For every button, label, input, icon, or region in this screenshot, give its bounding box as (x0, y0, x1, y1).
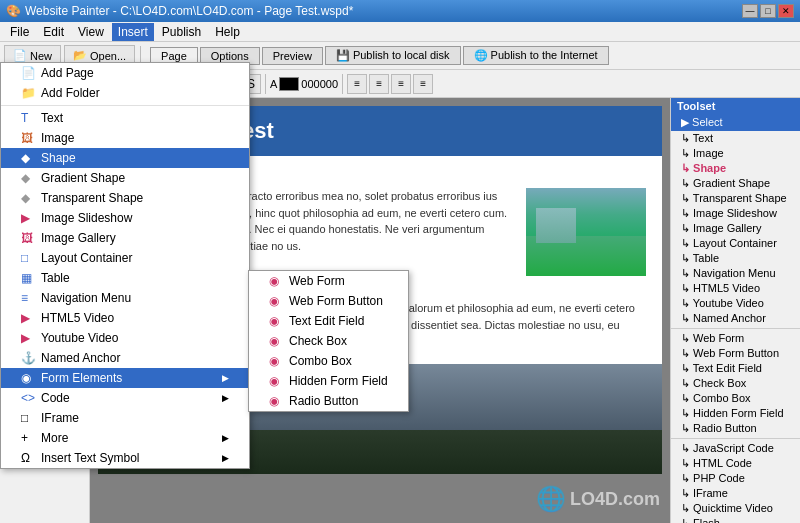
toolbox-header-label: Toolset (677, 100, 715, 112)
toolbox-radio[interactable]: ↳ Radio Button (671, 421, 800, 436)
submenu-web-form-btn[interactable]: ◉ Web Form Button (249, 291, 408, 311)
toolbox-transparent-shape[interactable]: ↳ Transparent Shape (671, 191, 800, 206)
submenu-radio[interactable]: ◉ Radio Button (249, 391, 408, 411)
menu-view[interactable]: View (72, 23, 110, 41)
open-label: Open... (90, 50, 126, 62)
toolbox-html-code[interactable]: ↳ HTML Code (671, 456, 800, 471)
add-folder-icon: 📁 (21, 86, 35, 100)
separator-fmt2 (265, 74, 266, 94)
menu-table[interactable]: ▦ Table (1, 268, 249, 288)
menu-sep1 (1, 105, 249, 106)
align-center-button[interactable]: ≡ (369, 74, 389, 94)
shape-icon: ◆ (21, 151, 35, 165)
toolbox-text[interactable]: ↳ Text (671, 131, 800, 146)
color-label: A (270, 78, 277, 90)
menu-insert[interactable]: Insert (112, 23, 154, 41)
menu-gradient-shape[interactable]: ◆ Gradient Shape (1, 168, 249, 188)
menu-youtube[interactable]: ▶ Youtube Video (1, 328, 249, 348)
toolbox-hidden-form[interactable]: ↳ Hidden Form Field (671, 406, 800, 421)
toolbox-js-code[interactable]: ↳ JavaScript Code (671, 441, 800, 456)
align-left-button[interactable]: ≡ (347, 74, 367, 94)
toolbox-gallery[interactable]: ↳ Image Gallery (671, 221, 800, 236)
separator-fmt3 (342, 74, 343, 94)
more-icon: + (21, 431, 35, 445)
new-icon: 📄 (13, 49, 27, 62)
insert-dropdown-menu: 📄 Add Page 📁 Add Folder T Text 🖼 Image ◆… (0, 62, 250, 469)
menu-file[interactable]: File (4, 23, 35, 41)
app-icon: 🎨 (6, 4, 21, 18)
toolbox-html5-video[interactable]: ↳ HTML5 Video (671, 281, 800, 296)
toolbox-select[interactable]: ▶ Select (671, 114, 800, 131)
table-icon: ▦ (21, 271, 35, 285)
menu-add-folder[interactable]: 📁 Add Folder (1, 83, 249, 103)
menu-slideshow[interactable]: ▶ Image Slideshow (1, 208, 249, 228)
text-icon: T (21, 111, 35, 125)
toolbox-gradient-shape[interactable]: ↳ Gradient Shape (671, 176, 800, 191)
publish-internet-icon: 🌐 (474, 49, 488, 61)
menu-iframe[interactable]: □ IFrame (1, 408, 249, 428)
menu-help[interactable]: Help (209, 23, 246, 41)
hidden-form-icon: ◉ (269, 374, 283, 388)
menu-layout[interactable]: □ Layout Container (1, 248, 249, 268)
toolbox-web-form[interactable]: ↳ Web Form (671, 331, 800, 346)
toolbox-separator (671, 328, 800, 329)
menu-publish[interactable]: Publish (156, 23, 207, 41)
menu-named-anchor[interactable]: ⚓ Named Anchor (1, 348, 249, 368)
title-text: 🎨 Website Painter - C:\LO4D.com\LO4D.com… (6, 4, 353, 18)
menu-shape[interactable]: ◆ Shape (1, 148, 249, 168)
menu-text[interactable]: T Text (1, 108, 249, 128)
submenu-combo[interactable]: ◉ Combo Box (249, 351, 408, 371)
menu-form-elements[interactable]: ◉ Form Elements ▶ (1, 368, 249, 388)
toolbox-separator2 (671, 438, 800, 439)
tab-publish-internet[interactable]: 🌐 Publish to the Internet (463, 46, 609, 65)
align-right-button[interactable]: ≡ (391, 74, 411, 94)
toolbox-checkbox[interactable]: ↳ Check Box (671, 376, 800, 391)
menu-code[interactable]: <> Code ▶ (1, 388, 249, 408)
symbol-icon: Ω (21, 451, 35, 465)
watermark-text: LO4D.com (570, 489, 660, 510)
menu-more[interactable]: + More ▶ (1, 428, 249, 448)
toolbox-combo[interactable]: ↳ Combo Box (671, 391, 800, 406)
menu-edit[interactable]: Edit (37, 23, 70, 41)
form-submenu-arrow: ▶ (222, 373, 229, 383)
menu-html5-video[interactable]: ▶ HTML5 Video (1, 308, 249, 328)
toolbox-named-anchor[interactable]: ↳ Named Anchor (671, 311, 800, 326)
tab-preview[interactable]: Preview (262, 47, 323, 65)
submenu-hidden-form[interactable]: ◉ Hidden Form Field (249, 371, 408, 391)
toolbox-quicktime[interactable]: ↳ Quicktime Video (671, 501, 800, 516)
gallery-icon: 🖼 (21, 231, 35, 245)
submenu-text-edit[interactable]: ◉ Text Edit Field (249, 311, 408, 331)
toolbox-youtube[interactable]: ↳ Youtube Video (671, 296, 800, 311)
toolbox-table[interactable]: ↳ Table (671, 251, 800, 266)
menu-nav-menu[interactable]: ≡ Navigation Menu (1, 288, 249, 308)
maximize-button[interactable]: □ (760, 4, 776, 18)
open-icon: 📂 (73, 49, 87, 62)
toolbox-text-edit[interactable]: ↳ Text Edit Field (671, 361, 800, 376)
toolbox-nav-menu[interactable]: ↳ Navigation Menu (671, 266, 800, 281)
menu-add-page[interactable]: 📄 Add Page (1, 63, 249, 83)
toolbox-layout[interactable]: ↳ Layout Container (671, 236, 800, 251)
submenu-web-form[interactable]: ◉ Web Form (249, 271, 408, 291)
menu-gallery[interactable]: 🖼 Image Gallery (1, 228, 249, 248)
close-button[interactable]: ✕ (778, 4, 794, 18)
toolbox-shape[interactable]: ↳ Shape (671, 161, 800, 176)
align-justify-button[interactable]: ≡ (413, 74, 433, 94)
menu-transparent-shape[interactable]: ◆ Transparent Shape (1, 188, 249, 208)
color-swatch[interactable] (279, 77, 299, 91)
menu-insert-symbol[interactable]: Ω Insert Text Symbol ▶ (1, 448, 249, 468)
web-form-icon: ◉ (269, 274, 283, 288)
transparent-shape-icon: ◆ (21, 191, 35, 205)
toolbox-image[interactable]: ↳ Image (671, 146, 800, 161)
code-icon: <> (21, 391, 35, 405)
toolbox-web-form-btn[interactable]: ↳ Web Form Button (671, 346, 800, 361)
menu-image[interactable]: 🖼 Image (1, 128, 249, 148)
minimize-button[interactable]: — (742, 4, 758, 18)
toolbox-iframe[interactable]: ↳ IFrame (671, 486, 800, 501)
toolbox-flash[interactable]: ↳ Flash (671, 516, 800, 523)
toolbox-slideshow[interactable]: ↳ Image Slideshow (671, 206, 800, 221)
toolbox-php-code[interactable]: ↳ PHP Code (671, 471, 800, 486)
tab-publish-local[interactable]: 💾 Publish to local disk (325, 46, 461, 65)
submenu-checkbox[interactable]: ◉ Check Box (249, 331, 408, 351)
code-submenu-arrow: ▶ (222, 393, 229, 403)
nav-icon: ≡ (21, 291, 35, 305)
